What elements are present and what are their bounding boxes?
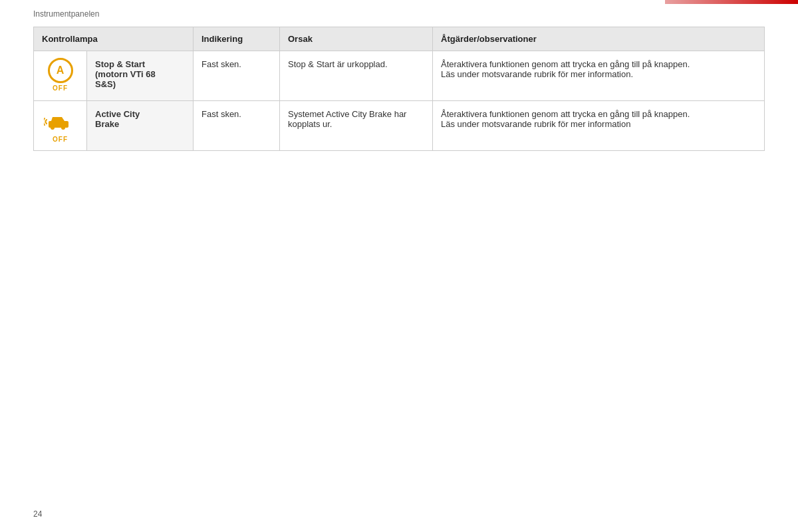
name-cell-city-brake: Active CityBrake (87, 101, 194, 151)
table-row: A OFF Stop & Start(motorn VTi 68S&S) Fas… (34, 51, 765, 101)
col-header-atgarder: Åtgärder/observationer (433, 27, 765, 51)
icon-cell-stop-start: A OFF (34, 51, 87, 101)
stop-start-circle: A (48, 58, 73, 83)
stop-start-off-label: OFF (43, 84, 78, 92)
city-brake-svg (44, 108, 77, 134)
indikering-city-brake: Fast sken. (194, 101, 280, 151)
atgarder-city-brake: Återaktivera funktionen genom att trycka… (433, 101, 765, 151)
page-title: Instrumentpanelen (33, 9, 99, 19)
orsak-city-brake: Systemet Active City Brake har kopplats … (280, 101, 433, 151)
col-header-indikering: Indikering (194, 27, 280, 51)
svg-point-1 (51, 126, 55, 130)
icon-cell-city-brake: OFF (34, 101, 87, 151)
header-accent-bar (665, 0, 798, 4)
stop-start-name: Stop & Start(motorn VTi 68S&S) (95, 59, 156, 89)
indikering-stop-start: Fast sken. (194, 51, 280, 101)
name-cell-stop-start: Stop & Start(motorn VTi 68S&S) (87, 51, 194, 101)
atgarder-stop-start: Återaktivera funktionen genom att trycka… (433, 51, 765, 101)
stop-start-icon: A OFF (43, 58, 78, 94)
stop-start-letter: A (57, 65, 65, 76)
city-brake-icon: OFF (43, 108, 78, 144)
col-header-kontrollampa: Kontrollampa (34, 27, 194, 51)
orsak-stop-start: Stop & Start är urkopplad. (280, 51, 433, 101)
warning-lights-table: Kontrollampa Indikering Orsak Åtgärder/o… (33, 27, 765, 151)
main-content: Kontrollampa Indikering Orsak Åtgärder/o… (33, 27, 765, 151)
table-row: OFF Active CityBrake Fast sken. Systemet… (34, 101, 765, 151)
page-number: 24 (33, 509, 42, 519)
city-brake-name: Active CityBrake (95, 109, 140, 129)
svg-point-2 (61, 126, 65, 130)
col-header-orsak: Orsak (280, 27, 433, 51)
city-brake-off-label: OFF (43, 136, 78, 143)
